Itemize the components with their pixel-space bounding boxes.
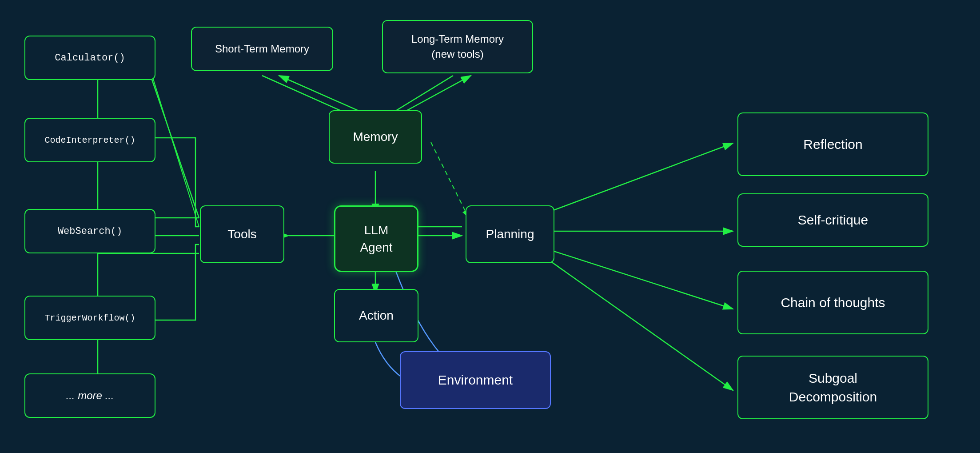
trigger-workflow-node: TriggerWorkflow() xyxy=(24,296,155,340)
svg-line-16 xyxy=(533,143,733,218)
memory-node: Memory xyxy=(329,110,422,164)
tools-node: Tools xyxy=(200,205,284,263)
planning-node: Planning xyxy=(466,205,554,263)
svg-line-20 xyxy=(431,142,469,218)
more-node: ... more ... xyxy=(24,373,155,418)
svg-line-18 xyxy=(533,245,733,309)
calculator-node: Calculator() xyxy=(24,36,155,80)
diagram: Short-Term Memory Long-Term Memory (new … xyxy=(0,0,980,453)
chain-of-thoughts-node: Chain of thoughts xyxy=(737,271,928,334)
self-critique-node: Self-critique xyxy=(737,193,928,247)
action-node: Action xyxy=(334,289,418,342)
reflection-node: Reflection xyxy=(737,112,928,176)
subgoal-decomposition-node: Subgoal Decomposition xyxy=(737,356,928,419)
code-interpreter-node: CodeInterpreter() xyxy=(24,118,155,162)
llm-agent-node: LLM Agent xyxy=(334,205,418,272)
svg-line-19 xyxy=(533,249,733,390)
short-term-memory-node: Short-Term Memory xyxy=(191,27,333,71)
environment-node: Environment xyxy=(400,351,551,409)
long-term-memory-node: Long-Term Memory (new tools) xyxy=(382,20,533,73)
web-search-node: WebSearch() xyxy=(24,209,155,253)
